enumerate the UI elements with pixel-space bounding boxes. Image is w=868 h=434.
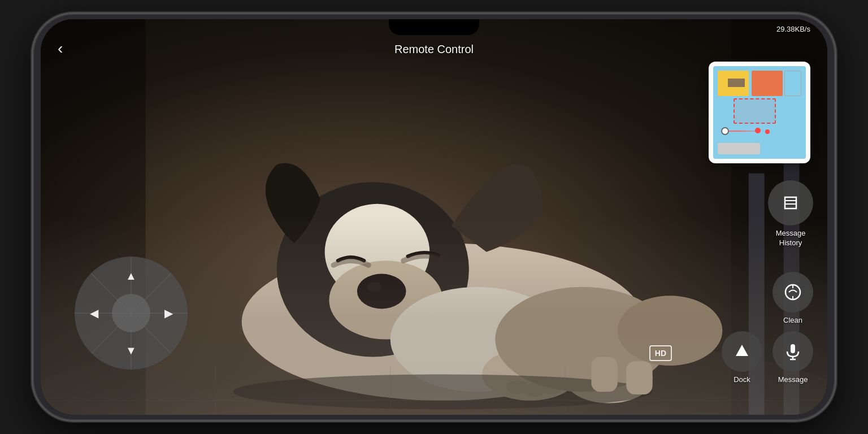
message-history-icon-circle bbox=[768, 180, 813, 225]
dock-label: Dock bbox=[734, 375, 750, 384]
map-inner bbox=[713, 66, 806, 159]
clean-row: Clean bbox=[772, 272, 813, 324]
dock-icon-circle bbox=[722, 331, 762, 372]
room-main bbox=[718, 105, 801, 142]
svg-marker-35 bbox=[736, 345, 748, 356]
dock-button[interactable]: Dock bbox=[722, 331, 762, 384]
message-label: Message bbox=[778, 375, 808, 384]
map-background bbox=[713, 66, 806, 159]
dpad-down-button[interactable]: ▼ bbox=[120, 339, 142, 362]
hd-badge: HD bbox=[649, 345, 672, 361]
clean-button[interactable]: Clean bbox=[772, 272, 813, 324]
robot-waypoint-1 bbox=[755, 128, 761, 133]
message-history-button[interactable]: MessageHistory bbox=[768, 180, 813, 248]
room-gray bbox=[718, 143, 760, 154]
dpad-right-button[interactable]: ▶ bbox=[157, 302, 180, 324]
room-orange bbox=[752, 71, 783, 96]
dpad-up-button[interactable]: ▲ bbox=[120, 264, 142, 287]
dpad-container: ▲ ▼ ◀ ▶ bbox=[75, 257, 188, 370]
dpad-center-button[interactable] bbox=[112, 294, 150, 332]
room-furniture bbox=[728, 79, 745, 87]
notch bbox=[389, 19, 479, 35]
clean-label: Clean bbox=[783, 316, 802, 324]
page-title: Remote Control bbox=[394, 43, 474, 56]
message-history-label: MessageHistory bbox=[776, 229, 806, 248]
back-button[interactable]: ‹ bbox=[58, 40, 63, 58]
room-yellow bbox=[718, 71, 749, 96]
message-icon-circle bbox=[772, 331, 813, 372]
message-button[interactable]: Message bbox=[772, 331, 813, 384]
speed-indicator: 29.38KB/s bbox=[776, 25, 810, 33]
dpad: ▲ ▼ ◀ ▶ bbox=[75, 257, 188, 370]
room-dashed-area bbox=[734, 98, 776, 124]
room-blue-right bbox=[784, 71, 801, 96]
phone-screen: ‹ Remote Control 29.38KB/s bbox=[41, 19, 827, 415]
dpad-left-button[interactable]: ◀ bbox=[83, 302, 105, 324]
robot-waypoint-2 bbox=[765, 129, 770, 134]
robot-position bbox=[721, 127, 729, 135]
clean-icon-circle bbox=[772, 272, 813, 313]
dock-message-row: Dock Message bbox=[722, 331, 813, 384]
svg-rect-36 bbox=[791, 344, 795, 353]
phone-frame: ‹ Remote Control 29.38KB/s bbox=[33, 14, 835, 420]
map-thumbnail[interactable] bbox=[709, 62, 810, 163]
controls-area: Clean Dock bbox=[722, 272, 813, 384]
